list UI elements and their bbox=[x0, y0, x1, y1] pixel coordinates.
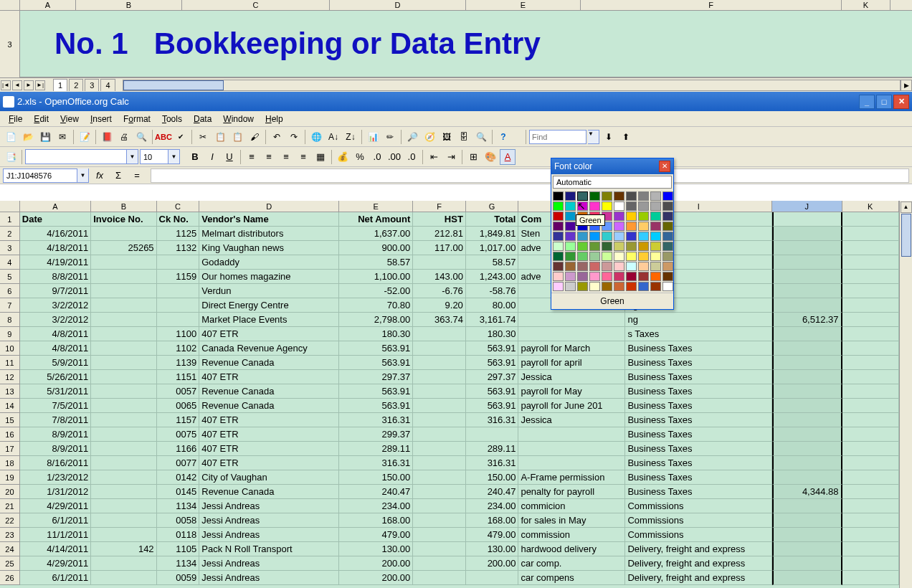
color-swatch[interactable] bbox=[650, 232, 661, 241]
color-swatch[interactable] bbox=[553, 222, 564, 231]
chevron-down-icon[interactable]: ▼ bbox=[77, 169, 88, 182]
top-col-D[interactable]: D bbox=[330, 0, 466, 10]
cell[interactable]: 4,344.88 bbox=[772, 485, 842, 499]
color-swatch[interactable] bbox=[638, 242, 649, 251]
cell[interactable]: 900.00 bbox=[339, 241, 413, 255]
color-swatch[interactable] bbox=[626, 191, 637, 201]
cell[interactable]: 1,100.00 bbox=[339, 270, 413, 284]
cell[interactable] bbox=[842, 270, 900, 284]
cell[interactable]: Jessi Andreas bbox=[199, 528, 339, 542]
color-swatch[interactable] bbox=[650, 272, 661, 281]
cell[interactable]: commicion bbox=[518, 499, 625, 513]
cell[interactable]: 1151 bbox=[157, 370, 200, 384]
cell[interactable]: 3,161.74 bbox=[466, 313, 519, 327]
color-swatch[interactable] bbox=[626, 282, 637, 291]
cell[interactable]: 297.37 bbox=[466, 370, 519, 384]
color-swatch[interactable] bbox=[638, 252, 649, 261]
cell[interactable]: Commissions bbox=[625, 528, 772, 542]
cell[interactable]: 234.00 bbox=[466, 499, 519, 513]
cell[interactable]: 563.91 bbox=[466, 341, 519, 356]
row-header[interactable]: 15 bbox=[0, 413, 20, 427]
cell[interactable] bbox=[842, 341, 900, 356]
cell[interactable] bbox=[842, 212, 900, 227]
cell[interactable]: Market Place Events bbox=[199, 313, 339, 327]
tab-nav-prev-icon[interactable]: ◄ bbox=[12, 80, 22, 90]
menu-window[interactable]: Window bbox=[217, 113, 260, 125]
cell[interactable] bbox=[772, 370, 842, 384]
cell[interactable]: Revenue Canada bbox=[199, 356, 339, 370]
cell[interactable]: 212.81 bbox=[413, 227, 466, 241]
cell[interactable]: 297.37 bbox=[339, 370, 413, 384]
color-swatch[interactable] bbox=[577, 262, 588, 271]
top-col-E[interactable]: E bbox=[466, 0, 581, 10]
row-header[interactable]: 6 bbox=[0, 284, 20, 298]
cell[interactable]: Business Taxes bbox=[625, 384, 772, 399]
cell[interactable]: 2,798.00 bbox=[339, 313, 413, 327]
cell[interactable] bbox=[413, 499, 466, 513]
cell[interactable]: 8/9/2011 bbox=[20, 442, 91, 456]
cell[interactable]: 9.20 bbox=[413, 298, 466, 313]
top-row-header-3[interactable]: 3 bbox=[0, 11, 20, 77]
cell[interactable] bbox=[413, 470, 466, 485]
row-header[interactable]: 12 bbox=[0, 370, 20, 384]
cell[interactable] bbox=[91, 227, 156, 241]
cell[interactable] bbox=[91, 499, 156, 513]
data-sources-icon[interactable]: 🗄 bbox=[456, 129, 472, 145]
color-swatch[interactable] bbox=[553, 212, 564, 221]
cell[interactable]: 1134 bbox=[157, 556, 200, 571]
cell[interactable]: payroll for March bbox=[518, 341, 625, 356]
cell[interactable]: 4/29/2011 bbox=[20, 499, 91, 513]
cell[interactable]: Vendor's Name bbox=[199, 212, 339, 227]
color-swatch[interactable] bbox=[650, 262, 661, 271]
cell[interactable]: 4/8/2011 bbox=[20, 327, 91, 341]
cell[interactable]: Revenue Canada bbox=[199, 384, 339, 399]
cell[interactable]: 563.91 bbox=[466, 399, 519, 413]
cell[interactable]: Jessi Andreas bbox=[199, 499, 339, 513]
cell[interactable] bbox=[91, 370, 156, 384]
cell[interactable] bbox=[842, 284, 900, 298]
cell[interactable] bbox=[772, 212, 842, 227]
cell[interactable]: -58.76 bbox=[466, 284, 519, 298]
hyperlink-icon[interactable]: 🌐 bbox=[308, 129, 324, 145]
cell[interactable]: payroll for april bbox=[518, 356, 625, 370]
cell[interactable]: 407 ETR bbox=[199, 327, 339, 341]
color-swatch[interactable] bbox=[589, 242, 600, 251]
cell[interactable]: 1139 bbox=[157, 356, 200, 370]
cell[interactable]: 7/5/2011 bbox=[20, 399, 91, 413]
cell[interactable]: 0142 bbox=[157, 470, 200, 485]
cell[interactable] bbox=[772, 356, 842, 370]
cell[interactable]: 180.30 bbox=[339, 327, 413, 341]
cell[interactable] bbox=[413, 370, 466, 384]
paste-icon[interactable]: 📋 bbox=[229, 129, 245, 145]
new-doc-icon[interactable]: 📄 bbox=[3, 129, 19, 145]
cell[interactable]: Business Taxes bbox=[625, 356, 772, 370]
color-swatch[interactable] bbox=[638, 232, 649, 241]
cell[interactable] bbox=[91, 556, 156, 571]
cell[interactable] bbox=[518, 313, 625, 327]
color-swatch[interactable] bbox=[638, 201, 649, 211]
cell[interactable] bbox=[413, 255, 466, 270]
vertical-scrollbar[interactable]: ▲ bbox=[899, 201, 912, 588]
cell[interactable]: 168.00 bbox=[466, 513, 519, 528]
cell[interactable]: 0145 bbox=[157, 485, 200, 499]
color-swatch[interactable] bbox=[577, 252, 588, 261]
cell[interactable]: 1,849.81 bbox=[466, 227, 519, 241]
cell[interactable] bbox=[772, 513, 842, 528]
cell[interactable]: 80.00 bbox=[466, 298, 519, 313]
color-swatch[interactable] bbox=[614, 252, 624, 261]
cell[interactable] bbox=[91, 399, 156, 413]
color-swatch[interactable] bbox=[589, 272, 600, 281]
chevron-down-icon[interactable]: ▼ bbox=[168, 150, 179, 163]
cell[interactable]: 1/23/2012 bbox=[20, 470, 91, 485]
cell[interactable]: 289.11 bbox=[339, 442, 413, 456]
cell[interactable]: commission bbox=[518, 528, 625, 542]
cell[interactable]: 0059 bbox=[157, 571, 200, 585]
tab-nav-last-icon[interactable]: ►| bbox=[35, 80, 45, 90]
color-swatch[interactable] bbox=[565, 272, 576, 281]
cell[interactable] bbox=[772, 571, 842, 585]
cell[interactable]: 563.91 bbox=[339, 356, 413, 370]
cell[interactable] bbox=[413, 356, 466, 370]
show-draw-icon[interactable]: ✏ bbox=[382, 129, 398, 145]
cell[interactable] bbox=[772, 298, 842, 313]
color-automatic[interactable]: Automatic bbox=[553, 176, 672, 189]
